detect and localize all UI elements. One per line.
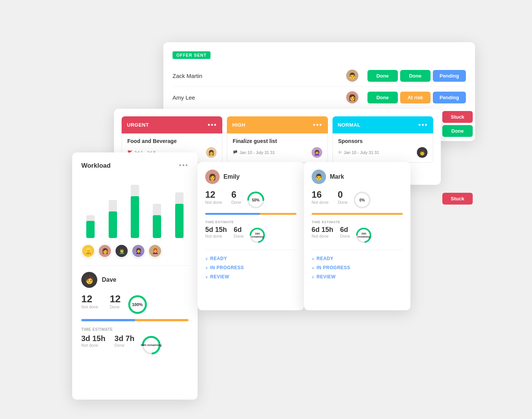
emily-done-label: Done bbox=[231, 200, 241, 205]
dave-section: 🧑 Dave 12 Not done 12 Done bbox=[81, 272, 188, 356]
mark-time-d-label: Done bbox=[340, 234, 350, 238]
offer-statuses-amy: Done At risk Pending bbox=[367, 92, 466, 103]
bar-5 bbox=[175, 192, 184, 238]
emily-name: Emily bbox=[223, 173, 240, 180]
dave-header: 🧑 Dave bbox=[81, 272, 188, 288]
offer-name-zack: Zack Martin bbox=[173, 73, 346, 79]
mark-inprogress-label: IN PROGRESS bbox=[317, 265, 350, 270]
dave-percent: 100% bbox=[132, 302, 143, 307]
emily-done-number: 6 bbox=[231, 190, 241, 199]
status-pending-amy[interactable]: Pending bbox=[433, 92, 466, 103]
kanban-header-normal: NORMAL ••• bbox=[332, 116, 433, 133]
emily-time-not-done: 5d 15h Not done bbox=[205, 226, 227, 238]
kanban-dots-normal[interactable]: ••• bbox=[418, 121, 428, 129]
workload-title: Workload bbox=[81, 162, 111, 170]
status-pending-btn[interactable]: Pending bbox=[433, 70, 466, 82]
flag-icon-normal: 🏳 bbox=[338, 150, 342, 155]
emily-card: 👩 Emily 12 Not done 6 Done 50% bbox=[198, 162, 304, 310]
status-atrisk-amy[interactable]: At risk bbox=[400, 92, 431, 103]
done-btn-right[interactable]: Done bbox=[442, 125, 473, 137]
mark-not-done-number: 16 bbox=[312, 190, 329, 199]
chart-avatar-5: 👩‍🦰 bbox=[148, 244, 162, 258]
chevron-review: ∨ bbox=[205, 275, 208, 279]
kanban-dots-urgent[interactable]: ••• bbox=[207, 121, 217, 129]
kanban-task-normal: Sponsors bbox=[338, 138, 428, 144]
mark-bar-yellow bbox=[312, 213, 403, 215]
offer-name-amy: Amy Lee bbox=[173, 94, 346, 101]
kanban-dots-high[interactable]: ••• bbox=[313, 121, 323, 129]
mark-time-done-val: 6d bbox=[340, 226, 350, 233]
emily-divider bbox=[205, 250, 296, 250]
chart-avatar-4: 👩‍🦱 bbox=[131, 244, 145, 258]
status-done-btn-2[interactable]: Done bbox=[400, 70, 431, 82]
mark-header: 👨 Mark bbox=[312, 170, 403, 184]
chevron-mark-review: ∨ bbox=[312, 275, 314, 279]
chart-col-1 bbox=[81, 215, 100, 238]
dave-progress-ring: 100% bbox=[127, 294, 148, 315]
kanban-header-urgent: URGENT ••• bbox=[122, 116, 222, 133]
main-scene: OFFER SENT Zack Martin 👨 Done Done Pendi… bbox=[57, 27, 475, 392]
emily-header: 👩 Emily bbox=[205, 170, 296, 184]
kanban-meta-high: 🏴 Jan 10 - July 31 31 👩‍🦱 bbox=[233, 147, 322, 158]
emily-progress-bar bbox=[205, 213, 296, 215]
mark-done-label: Done bbox=[338, 200, 348, 205]
avatar-task-normal: 👨 bbox=[417, 147, 428, 158]
kanban-task-urgent: Food and Beverage bbox=[127, 138, 217, 144]
mark-time-not-done: 6d 15h Not done bbox=[312, 226, 333, 238]
emily-time-remaining: 34Hremaining bbox=[251, 232, 264, 239]
chevron-mark-inprogress: ∨ bbox=[312, 266, 314, 270]
emily-section-review[interactable]: ∨ REVIEW bbox=[205, 272, 296, 281]
stuck-btn-right-1[interactable]: Stuck bbox=[442, 111, 473, 123]
flag-icon-high: 🏴 bbox=[233, 150, 238, 155]
emily-progress-ring: 50% bbox=[246, 190, 266, 210]
status-done-btn[interactable]: Done bbox=[367, 70, 398, 82]
emily-section-inprogress[interactable]: ∨ IN PROGRESS bbox=[205, 263, 296, 272]
kanban-body-normal: Sponsors 🏳 Jan 10 - July 31 31 👨 bbox=[332, 133, 433, 163]
dave-done: 12 Done bbox=[110, 294, 121, 309]
emily-stats: 12 Not done 6 Done bbox=[205, 190, 241, 205]
mark-section-inprogress[interactable]: ∨ IN PROGRESS bbox=[312, 263, 403, 272]
workload-dots[interactable]: ••• bbox=[179, 162, 188, 170]
offer-row-amy: Amy Lee 👩 Done At risk Pending bbox=[173, 87, 466, 108]
bar-fill-3 bbox=[131, 196, 139, 238]
emily-inprogress-label: IN PROGRESS bbox=[210, 265, 244, 270]
mark-stats: 16 Not done 0 Done bbox=[312, 190, 348, 205]
stuck-btn-right-2[interactable]: Stuck bbox=[442, 193, 473, 205]
kanban-label-normal: NORMAL bbox=[338, 122, 361, 128]
avatar-zack: 👨 bbox=[346, 70, 358, 82]
mark-time-nd-label: Not done bbox=[312, 234, 333, 238]
mark-not-done-label: Not done bbox=[312, 200, 329, 205]
bar-1 bbox=[86, 215, 95, 238]
emily-time-done-val: 6d bbox=[234, 226, 244, 233]
kanban-date-high: 🏴 Jan 10 - July 31 31 bbox=[233, 150, 275, 155]
bar-fill-4 bbox=[153, 215, 161, 238]
dave-time-done-val: 3d 7h bbox=[114, 335, 134, 342]
dave-not-done-number: 12 bbox=[81, 294, 98, 304]
dave-time-stats: 3d 15h Not done 3d 7h Done bbox=[81, 335, 135, 348]
emily-bar-yellow bbox=[260, 213, 296, 215]
workload-divider bbox=[81, 265, 188, 266]
dave-time-done-label: Done bbox=[114, 343, 134, 348]
emily-section-ready[interactable]: ∨ READY bbox=[205, 254, 296, 263]
mark-section-review[interactable]: ∨ REVIEW bbox=[312, 272, 403, 281]
chart-col-3 bbox=[126, 185, 144, 238]
chevron-ready: ∨ bbox=[205, 257, 208, 261]
emily-percent: 50% bbox=[252, 198, 260, 202]
mark-done-number: 0 bbox=[338, 190, 348, 199]
mark-done: 0 Done bbox=[338, 190, 348, 205]
dave-time-label: TIME ESTIMATE bbox=[81, 327, 188, 332]
kanban-label-high: HIGH bbox=[232, 122, 245, 128]
dave-time-not-done: 3d 15h Not done bbox=[81, 335, 105, 348]
dave-not-done: 12 Not done bbox=[81, 294, 98, 309]
dave-time-done: 3d 7h Done bbox=[114, 335, 134, 348]
chevron-mark-ready: ∨ bbox=[312, 257, 314, 261]
chart-avatar-3: 👨‍🦱 bbox=[115, 244, 128, 258]
mark-section-ready[interactable]: ∨ READY bbox=[312, 254, 403, 263]
emily-time-done: 6d Done bbox=[234, 226, 244, 238]
status-done-amy[interactable]: Done bbox=[367, 92, 398, 103]
dave-time-remaining: 34H remaining bbox=[141, 343, 162, 347]
emily-done: 6 Done bbox=[231, 190, 241, 205]
mark-not-done: 16 Not done bbox=[312, 190, 329, 205]
kanban-date-normal: 🏳 Jan 10 - July 31 31 bbox=[338, 150, 379, 155]
mark-time-label: TIME ESTIMATE bbox=[312, 220, 403, 224]
